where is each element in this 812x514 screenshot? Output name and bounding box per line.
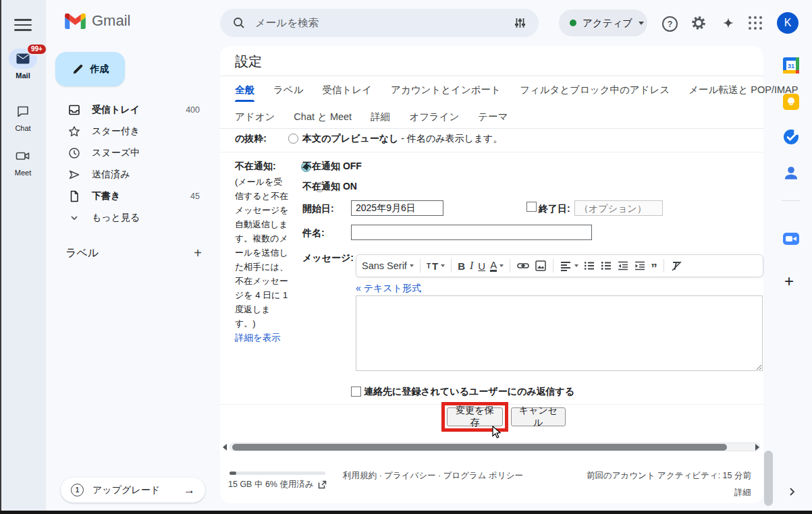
get-addons-button[interactable]: + [784, 272, 794, 291]
settings-tabs-row2: アドオン Chat と Meet 詳細 オフライン テーマ [235, 111, 508, 129]
status-selector[interactable]: アクティブ [559, 9, 647, 36]
keep-icon[interactable] [782, 93, 800, 111]
start-date-input[interactable] [351, 200, 443, 216]
upgrade-label: アップグレード [92, 484, 184, 496]
vacation-message-textarea[interactable] [356, 295, 763, 371]
cancel-button[interactable]: キャンセル [511, 407, 566, 426]
tab-addons[interactable]: アドオン [235, 111, 275, 129]
tab-accounts-import[interactable]: アカウントとインポート [391, 84, 501, 102]
rail-item-mail[interactable]: 99+ Mail [0, 49, 46, 80]
text-color-icon: A [490, 260, 497, 272]
compose-button[interactable]: 作成 [55, 52, 125, 86]
tasks-icon[interactable] [782, 128, 800, 146]
italic-button[interactable]: I [470, 260, 473, 272]
desc-line: た相手には、 [235, 260, 300, 274]
calendar-icon[interactable]: 31 [782, 57, 800, 74]
contacts-only-checkbox[interactable] [351, 387, 361, 397]
sidebar-item-count: 45 [190, 192, 200, 201]
policy-links[interactable]: 利用規約 · プライバシー · プログラム ポリシー [343, 470, 523, 482]
tab-offline[interactable]: オフライン [409, 111, 459, 129]
horizontal-scrollbar-thumb[interactable] [232, 444, 727, 451]
tab-filters-blocked[interactable]: フィルタとブロック中のアドレス [520, 84, 670, 102]
sidebar-item-label: スター付き [92, 125, 200, 138]
apps-button[interactable] [749, 16, 762, 30]
gemini-button[interactable] [721, 16, 736, 30]
tab-general[interactable]: 全般 [235, 84, 254, 102]
tab-labels[interactable]: ラベル [273, 84, 304, 102]
desc-line: メッセージを [235, 203, 300, 217]
tab-inbox[interactable]: 受信トレイ [323, 84, 373, 102]
text-size-button[interactable]: TT [427, 260, 445, 272]
sidebar-item-inbox[interactable]: 受信トレイ 400 [54, 99, 208, 121]
search-options-icon[interactable] [513, 16, 526, 30]
rail-item-chat[interactable]: Chat [0, 101, 46, 132]
star-icon [67, 125, 81, 138]
sparkle-icon [721, 16, 736, 30]
gmail-app: 99+ Mail Chat Meet G [0, 0, 812, 514]
search-icon[interactable] [232, 16, 246, 30]
vertical-scrollbar-thumb[interactable] [764, 451, 773, 506]
google-one-icon: 1 [71, 484, 84, 496]
insert-image-button[interactable] [535, 260, 547, 272]
zoom-icon[interactable] [782, 230, 800, 248]
window-bottom-border [0, 511, 812, 514]
sidebar-item-sent[interactable]: 送信済み [54, 164, 208, 185]
search-input[interactable] [254, 16, 513, 30]
chat-icon [16, 105, 30, 118]
contacts-icon[interactable] [782, 164, 800, 181]
search-bar[interactable] [220, 9, 539, 37]
open-in-new-icon[interactable] [318, 480, 327, 489]
gmail-logo[interactable]: Gmail [65, 12, 130, 30]
align-button[interactable] [560, 260, 578, 272]
tab-themes[interactable]: テーマ [478, 111, 508, 129]
snippet-radio[interactable] [288, 134, 298, 144]
toolbar-separator [420, 259, 421, 273]
arrow-right-icon: → [184, 484, 195, 497]
account-avatar[interactable]: K [777, 12, 799, 34]
mail-icon [16, 53, 30, 64]
chevron-down-icon [639, 22, 644, 25]
settings-button[interactable] [691, 16, 706, 30]
sidebar-item-snoozed[interactable]: スヌーズ中 [54, 142, 208, 164]
divider [220, 152, 763, 152]
snippet-option-bold: 本文のプレビューなし [302, 133, 398, 144]
sidebar-item-more[interactable]: もっと見る [54, 207, 208, 229]
mouse-cursor [492, 426, 502, 439]
bulleted-list-button[interactable] [600, 260, 612, 272]
underline-button[interactable]: U [478, 260, 485, 272]
numbered-list-button[interactable] [583, 260, 595, 272]
desc-line: す。) [235, 316, 300, 331]
activity-details-link[interactable]: 詳細 [734, 487, 751, 498]
add-label-button[interactable]: + [191, 246, 205, 261]
scroll-right-arrow[interactable] [755, 444, 759, 451]
main-menu-icon[interactable] [14, 16, 32, 29]
sidebar-item-label: スヌーズ中 [92, 147, 200, 159]
text-color-button[interactable]: A [490, 260, 504, 272]
end-date-input[interactable] [574, 200, 663, 216]
indent-more-button[interactable] [634, 260, 646, 272]
tab-chat-meet[interactable]: Chat と Meet [294, 111, 352, 129]
quote-button[interactable]: ” [651, 265, 657, 272]
bold-button[interactable]: B [458, 260, 465, 272]
plain-text-link[interactable]: « テキスト形式 [356, 283, 421, 295]
learn-more-link[interactable]: 詳細を表示 [235, 332, 300, 344]
scroll-left-arrow[interactable] [223, 444, 227, 451]
help-button[interactable]: ? [662, 16, 678, 32]
snippet-option-rest: - 件名のみ表示します。 [398, 133, 502, 144]
subject-input[interactable] [351, 225, 592, 240]
remove-formatting-button[interactable] [670, 260, 683, 273]
sidebar-item-starred[interactable]: スター付き [54, 121, 208, 142]
sidebar-item-drafts[interactable]: 下書き 45 [54, 185, 208, 207]
rail-item-meet[interactable]: Meet [0, 146, 46, 177]
start-date-label: 開始日: [302, 203, 334, 215]
desc-line: 不在メッセー [235, 274, 300, 288]
upgrade-button[interactable]: 1 アップグレード → [61, 478, 205, 503]
end-date-checkbox[interactable] [526, 202, 537, 212]
tab-advanced[interactable]: 詳細 [371, 111, 390, 129]
font-select[interactable]: Sans Serif [362, 260, 414, 271]
show-side-panel-button[interactable] [787, 486, 798, 497]
pencil-icon [72, 63, 84, 76]
last-activity-text: 前回のアカウント アクティビティ: 15 分前 [587, 470, 751, 482]
insert-link-button[interactable] [516, 259, 530, 273]
indent-less-button[interactable] [617, 260, 629, 272]
